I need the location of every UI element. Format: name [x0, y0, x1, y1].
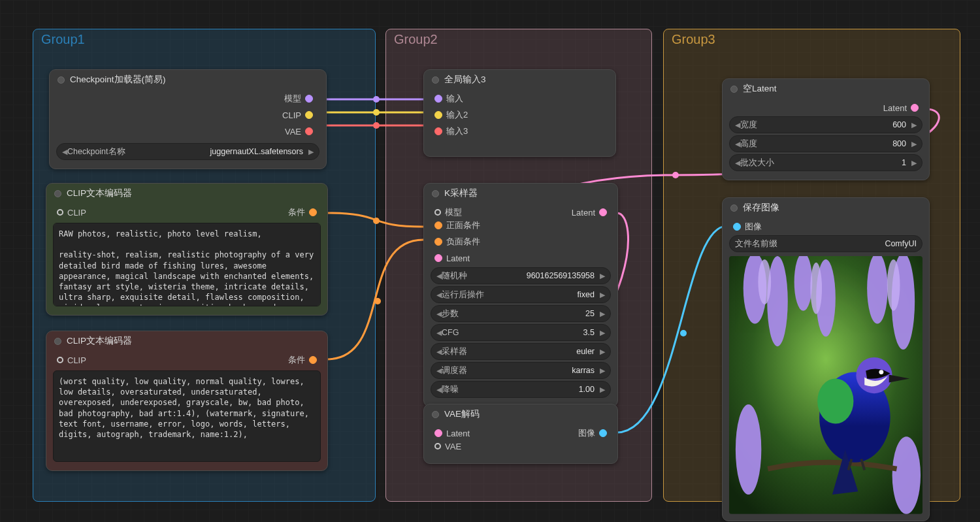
svg-point-9 — [767, 256, 788, 346]
output-latent[interactable]: Latent — [729, 101, 923, 114]
node-checkpoint-loader[interactable]: Checkpoint加载器(简易) 模型 CLIP VAE ◀ Checkpoi… — [49, 69, 327, 169]
svg-point-20 — [817, 378, 853, 423]
ksampler-widget-2[interactable]: ◀步数25▶ — [431, 305, 611, 322]
node-clip-encode-negative[interactable]: CLIP文本编码器 CLIP 条件 — [46, 331, 328, 471]
node-title: CLIP文本编码器 — [67, 335, 132, 347]
collapse-dot-icon[interactable] — [54, 338, 61, 345]
chevron-right-icon[interactable]: ▶ — [600, 272, 605, 280]
output-latent[interactable]: Latent — [572, 206, 611, 219]
ksampler-widget-0[interactable]: ◀随机种960162569135958▶ — [431, 267, 611, 284]
svg-point-18 — [887, 259, 900, 311]
collapse-dot-icon[interactable] — [57, 76, 65, 84]
node-title: Checkpoint加载器(简易) — [70, 74, 166, 86]
chevron-right-icon[interactable]: ▶ — [600, 367, 605, 375]
node-title: 空Latent — [743, 83, 777, 95]
chevron-right-icon[interactable]: ▶ — [600, 329, 605, 337]
input-clip[interactable]: CLIP — [53, 206, 86, 219]
chevron-right-icon[interactable]: ▶ — [911, 140, 917, 148]
output-conditioning[interactable]: 条件 — [288, 353, 321, 367]
node-title: VAE解码 — [444, 408, 480, 420]
chevron-left-icon[interactable]: ◀ — [735, 159, 740, 167]
node-empty-latent[interactable]: 空Latent Latent ◀宽度600▶◀高度800▶◀批次大小1▶ — [722, 78, 930, 180]
svg-point-17 — [810, 263, 822, 314]
node-ksampler[interactable]: K采样器 模型 Latent 正面条件 负面条件 Latent ◀随机种9601… — [423, 183, 618, 407]
chevron-right-icon[interactable]: ▶ — [308, 148, 314, 156]
ksampler-widget-6[interactable]: ◀降噪1.00▶ — [431, 381, 611, 398]
chevron-left-icon[interactable]: ◀ — [436, 385, 442, 394]
input-image[interactable]: 图像 — [729, 220, 923, 233]
node-title: 全局输入3 — [444, 74, 486, 86]
group2-title[interactable]: Group2 — [394, 32, 438, 47]
chevron-left-icon[interactable]: ◀ — [436, 310, 442, 318]
output-clip[interactable]: CLIP — [282, 108, 317, 122]
input-3[interactable]: 输入3 — [431, 125, 609, 138]
ksampler-widget-5[interactable]: ◀调度器karras▶ — [431, 362, 611, 379]
node-clip-encode-positive[interactable]: CLIP文本编码器 CLIP 条件 — [46, 183, 328, 316]
input-2[interactable]: 输入2 — [431, 108, 609, 122]
chevron-right-icon[interactable]: ▶ — [600, 310, 605, 318]
chevron-left-icon[interactable]: ◀ — [436, 329, 442, 337]
output-image[interactable]: 图像 — [578, 427, 611, 440]
input-latent[interactable]: Latent — [431, 252, 611, 265]
ksampler-widget-4[interactable]: ◀采样器euler▶ — [431, 343, 611, 360]
node-global-inputs[interactable]: 全局输入3 输入 输入2 输入3 — [423, 69, 616, 157]
collapse-dot-icon[interactable] — [730, 86, 738, 93]
node-title: CLIP文本编码器 — [67, 188, 132, 199]
svg-point-16 — [758, 259, 771, 304]
chevron-left-icon[interactable]: ◀ — [436, 272, 442, 280]
input-clip[interactable]: CLIP — [53, 353, 86, 367]
svg-point-22 — [879, 370, 883, 374]
collapse-dot-icon[interactable] — [432, 76, 439, 84]
input-latent[interactable]: Latent — [431, 427, 470, 440]
input-negative[interactable]: 负面条件 — [431, 235, 611, 248]
input-vae[interactable]: VAE — [431, 440, 611, 453]
ksampler-widget-1[interactable]: ◀运行后操作fixed▶ — [431, 286, 611, 303]
svg-point-12 — [867, 256, 888, 324]
node-save-image[interactable]: 保存图像 图像 文件名前缀 ComfyUI — [722, 197, 930, 521]
group1-title[interactable]: Group1 — [41, 32, 85, 47]
group3-title[interactable]: Group3 — [672, 32, 715, 47]
chevron-right-icon[interactable]: ▶ — [600, 385, 605, 394]
chevron-right-icon[interactable]: ▶ — [600, 348, 605, 356]
checkpoint-name-widget[interactable]: ◀ Checkpoint名称 juggernautXL.safetensors … — [56, 143, 319, 160]
chevron-right-icon[interactable]: ▶ — [911, 159, 917, 167]
output-model[interactable]: 模型 — [284, 92, 317, 105]
input-positive[interactable]: 正面条件 — [431, 219, 611, 232]
chevron-left-icon[interactable]: ◀ — [436, 291, 442, 299]
negative-prompt-textarea[interactable] — [53, 370, 321, 462]
collapse-dot-icon[interactable] — [432, 411, 439, 418]
empty-latent-widget-1[interactable]: ◀高度800▶ — [729, 135, 923, 152]
empty-latent-widget-2[interactable]: ◀批次大小1▶ — [729, 154, 923, 171]
input-model[interactable]: 模型 — [431, 206, 462, 219]
chevron-left-icon[interactable]: ◀ — [735, 121, 740, 129]
chevron-right-icon[interactable]: ▶ — [911, 121, 917, 129]
output-conditioning[interactable]: 条件 — [288, 206, 321, 219]
ksampler-widget-3[interactable]: ◀CFG3.5▶ — [431, 324, 611, 341]
chevron-left-icon[interactable]: ◀ — [436, 348, 442, 356]
svg-point-14 — [736, 404, 761, 495]
node-title: 保存图像 — [743, 202, 779, 214]
output-preview-image[interactable] — [729, 256, 923, 514]
chevron-right-icon[interactable]: ▶ — [600, 291, 605, 299]
positive-prompt-textarea[interactable] — [53, 223, 321, 306]
filename-prefix-widget[interactable]: 文件名前缀 ComfyUI — [729, 235, 923, 252]
empty-latent-widget-0[interactable]: ◀宽度600▶ — [729, 116, 923, 133]
node-title: K采样器 — [444, 188, 478, 199]
output-vae[interactable]: VAE — [285, 125, 317, 138]
collapse-dot-icon[interactable] — [432, 190, 439, 197]
chevron-left-icon[interactable]: ◀ — [436, 367, 442, 375]
chevron-left-icon[interactable]: ◀ — [62, 148, 67, 156]
collapse-dot-icon[interactable] — [730, 204, 738, 212]
svg-point-15 — [892, 436, 921, 514]
chevron-left-icon[interactable]: ◀ — [735, 140, 740, 148]
node-vae-decode[interactable]: VAE解码 Latent 图像 VAE — [423, 404, 618, 464]
collapse-dot-icon[interactable] — [54, 190, 61, 197]
input-1[interactable]: 输入 — [431, 92, 609, 105]
